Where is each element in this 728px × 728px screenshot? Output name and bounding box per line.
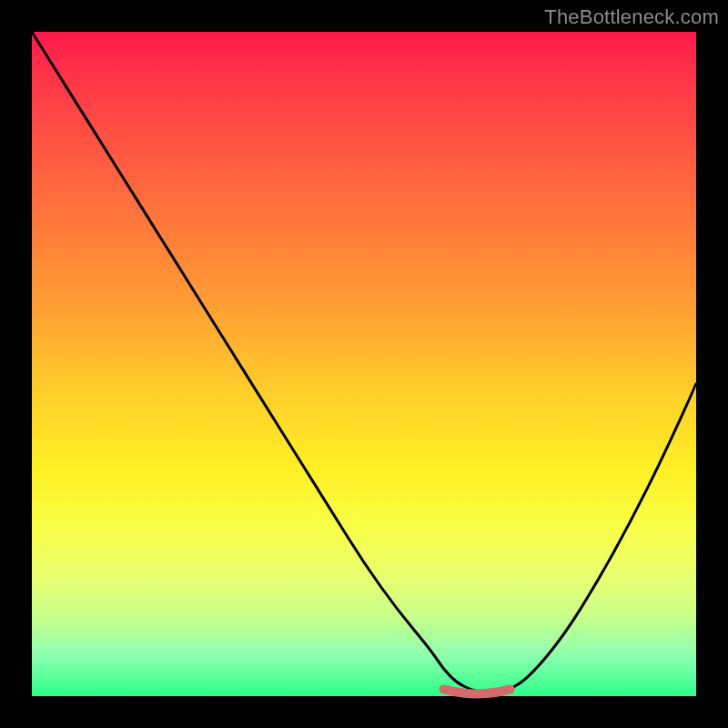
gradient-plot-area [32,32,696,696]
optimal-segment [444,689,511,693]
bottleneck-curve [32,32,696,696]
bottleneck-line [32,32,696,693]
chart-frame: TheBottleneck.com [0,0,728,728]
watermark-text: TheBottleneck.com [544,5,719,29]
